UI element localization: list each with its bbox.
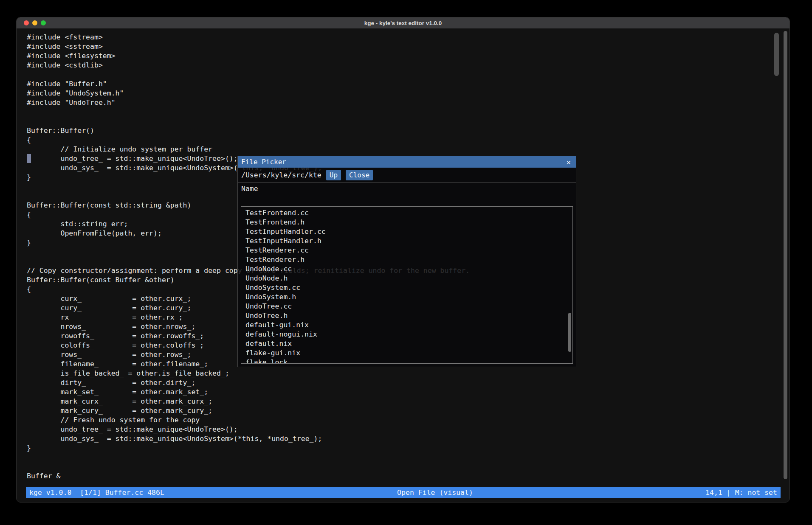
code-line: }	[27, 444, 789, 453]
file-list-item[interactable]: TestInputHandler.cc	[245, 227, 572, 237]
file-list-item[interactable]: TestInputHandler.h	[245, 237, 572, 246]
file-list-item[interactable]: flake.lock	[245, 358, 572, 364]
file-list-item[interactable]: UndoSystem.cc	[245, 284, 572, 293]
code-line: mark_set_ = other.mark_set_;	[27, 387, 789, 397]
window-title: kge - kyle's text editor v1.0.0	[17, 20, 789, 26]
code-line: #include "UndoTree.h"	[27, 98, 789, 107]
status-bar: kge v1.0.0 [1/1] Buffer.cc 486L Open Fil…	[26, 487, 781, 498]
file-items: TestFrontend.ccTestFrontend.hTestInputHa…	[245, 209, 572, 364]
file-list-item[interactable]: TestRenderer.h	[245, 255, 572, 265]
file-list-item[interactable]: TestFrontend.h	[245, 218, 572, 227]
code-line: Buffer &	[27, 472, 789, 481]
minimize-window-button[interactable]	[32, 20, 37, 25]
current-path: /Users/kyle/src/kte	[241, 171, 321, 179]
file-list-item[interactable]: UndoNode.cc	[245, 265, 572, 274]
code-line	[27, 70, 789, 79]
path-row: /Users/kyle/src/kte Up Close	[238, 168, 576, 182]
file-list-scrollbar-thumb[interactable]	[568, 313, 571, 352]
file-list-item[interactable]: TestFrontend.cc	[245, 209, 572, 218]
code-line: is_file_backed_ = other.is_file_backed_;	[27, 369, 789, 378]
file-picker-body: /Users/kyle/src/kte Up Close Name TestFr…	[238, 168, 576, 367]
traffic-lights	[24, 17, 46, 28]
file-list[interactable]: TestFrontend.ccTestFrontend.hTestInputHa…	[241, 206, 573, 364]
code-line: undo_sys_ = std::make_unique<UndoSystem>…	[27, 434, 789, 444]
code-line: {	[27, 135, 789, 145]
file-list-item[interactable]: UndoNode.h	[245, 274, 572, 284]
code-line: mark_cury_ = other.mark_cury_;	[27, 406, 789, 416]
code-line: #include <cstdlib>	[27, 61, 789, 70]
zoom-window-button[interactable]	[41, 20, 46, 25]
file-list-item[interactable]: UndoTree.h	[245, 312, 572, 321]
editor-window: kge - kyle's text editor v1.0.0 #include…	[16, 17, 790, 503]
dialog-close-icon[interactable]: ✕	[567, 158, 571, 166]
file-list-item[interactable]: TestRenderer.cc	[245, 246, 572, 255]
code-line	[27, 117, 789, 126]
file-list-item[interactable]: flake-gui.nix	[245, 349, 572, 358]
status-cursor-position: 14,1 | M: not set	[705, 489, 777, 497]
text-cursor	[27, 154, 31, 163]
file-picker-title: File Picker	[241, 158, 567, 166]
file-list-item[interactable]: UndoSystem.h	[245, 293, 572, 302]
close-button[interactable]: Close	[346, 170, 373, 180]
code-line: mark_curx_ = other.mark_curx_;	[27, 397, 789, 406]
code-line	[27, 107, 789, 117]
close-window-button[interactable]	[24, 20, 29, 25]
desktop-background: kge - kyle's text editor v1.0.0 #include…	[0, 0, 812, 525]
window-scrollbar[interactable]	[784, 31, 787, 479]
up-button[interactable]: Up	[326, 170, 341, 180]
file-list-item[interactable]: default-gui.nix	[245, 321, 572, 330]
file-list-item[interactable]: default-nogui.nix	[245, 330, 572, 340]
column-header-name: Name	[238, 182, 576, 195]
code-line: #include "Buffer.h"	[27, 79, 789, 89]
editor-scrollbar-thumb[interactable]	[774, 33, 779, 76]
code-line	[27, 462, 789, 472]
window-titlebar[interactable]: kge - kyle's text editor v1.0.0	[17, 17, 789, 28]
code-line: // Fresh undo system for the copy	[27, 416, 789, 425]
code-line: #include <fstream>	[27, 33, 789, 42]
code-line: #include <filesystem>	[27, 51, 789, 61]
code-line: Buffer::Buffer()	[27, 126, 789, 135]
file-list-item[interactable]: default.nix	[245, 340, 572, 349]
code-line: #include <sstream>	[27, 42, 789, 51]
code-line: #include "UndoSystem.h"	[27, 89, 789, 98]
file-list-item[interactable]: UndoTree.cc	[245, 302, 572, 312]
code-line: // Initialize undo system per buffer	[27, 145, 789, 154]
status-mode: Open File (visual)	[397, 489, 473, 497]
code-line: dirty_ = other.dirty_;	[27, 378, 789, 387]
code-line	[27, 453, 789, 462]
status-left: kge v1.0.0 [1/1] Buffer.cc 486L	[29, 489, 164, 497]
file-picker-dialog: File Picker ✕ /Users/kyle/src/kte Up Clo…	[237, 156, 576, 367]
file-picker-titlebar[interactable]: File Picker ✕	[238, 156, 576, 168]
code-line: undo_tree_ = std::make_unique<UndoTree>(…	[27, 425, 789, 434]
